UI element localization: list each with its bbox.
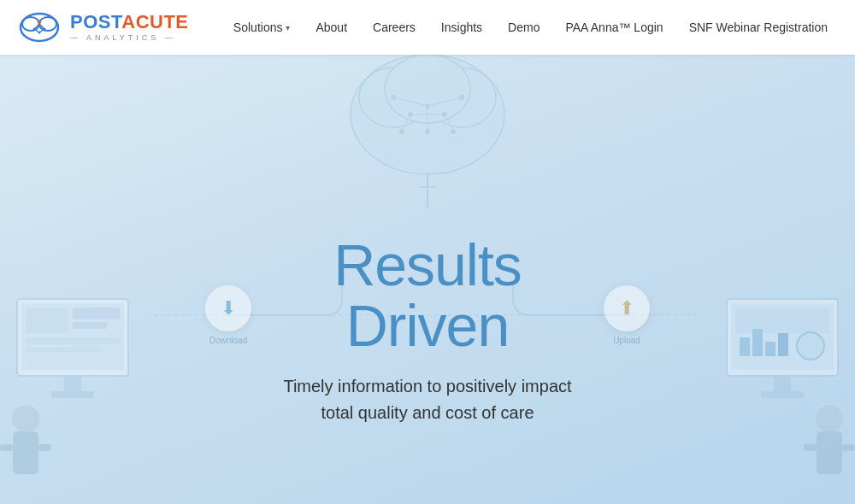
download-label: Download <box>209 336 247 345</box>
svg-rect-53 <box>774 376 791 393</box>
svg-point-1 <box>22 17 39 31</box>
nav-careers[interactable]: Careers <box>363 14 426 41</box>
svg-rect-36 <box>73 322 107 329</box>
upload-node-circle: ⬆ <box>604 285 650 331</box>
svg-rect-43 <box>38 444 51 451</box>
chevron-down-icon: ▾ <box>286 23 290 32</box>
hero-section: ⬇ Download ⬆ Upload <box>0 55 855 504</box>
svg-point-55 <box>816 405 843 432</box>
svg-rect-40 <box>51 391 94 398</box>
nav-snf-webinar[interactable]: SNF Webinar Registration <box>679 14 838 41</box>
svg-rect-58 <box>804 444 817 451</box>
svg-rect-51 <box>778 333 788 356</box>
nav-paa-anna-login[interactable]: PAA Anna™ Login <box>555 14 673 41</box>
hero-content: Results Driven Timely information to pos… <box>265 235 590 427</box>
main-nav: Solutions ▾ About Careers Insights Demo … <box>223 14 838 41</box>
logo-sub: — ANALYTICS — <box>70 34 189 42</box>
svg-point-26 <box>399 129 404 134</box>
svg-point-22 <box>459 95 464 100</box>
brain-circuit-illustration <box>325 55 530 208</box>
svg-rect-50 <box>765 342 775 356</box>
download-node: ⬇ Download <box>205 285 251 345</box>
svg-rect-56 <box>817 431 842 474</box>
nav-demo[interactable]: Demo <box>498 14 550 41</box>
logo-name: POSTACUTE <box>70 13 189 32</box>
svg-point-24 <box>408 112 413 117</box>
svg-point-23 <box>425 103 430 108</box>
svg-point-21 <box>391 95 396 100</box>
upload-node: ⬆ Upload <box>604 285 650 345</box>
svg-rect-54 <box>761 391 804 398</box>
upload-icon: ⬆ <box>619 297 634 319</box>
nav-insights[interactable]: Insights <box>431 14 492 41</box>
svg-rect-35 <box>73 308 120 319</box>
svg-point-2 <box>39 17 56 31</box>
svg-rect-44 <box>0 444 13 451</box>
nav-solutions[interactable]: Solutions ▾ <box>223 14 301 41</box>
svg-rect-49 <box>752 329 763 356</box>
download-icon: ⬇ <box>221 297 236 319</box>
logo-text: POSTACUTE — ANALYTICS — <box>70 13 189 42</box>
upload-label: Upload <box>613 336 640 345</box>
person-right-illustration <box>684 248 855 504</box>
logo-icon <box>17 7 62 48</box>
hero-subtitle: Timely information to positively impact … <box>265 373 590 426</box>
nav-about[interactable]: About <box>305 14 357 41</box>
svg-point-3 <box>38 21 41 24</box>
svg-point-28 <box>425 129 430 134</box>
person-left-illustration <box>0 248 171 504</box>
svg-point-41 <box>12 405 39 432</box>
svg-rect-34 <box>26 308 68 333</box>
hero-title: Results Driven <box>265 235 590 357</box>
svg-rect-39 <box>64 376 81 393</box>
svg-rect-47 <box>735 308 829 333</box>
svg-rect-37 <box>26 337 120 344</box>
svg-rect-48 <box>740 337 750 356</box>
logo[interactable]: POSTACUTE — ANALYTICS — <box>17 7 205 48</box>
svg-point-52 <box>797 332 824 360</box>
svg-rect-42 <box>13 431 38 474</box>
svg-point-25 <box>442 112 447 117</box>
svg-point-27 <box>451 129 456 134</box>
svg-rect-57 <box>842 444 855 451</box>
site-header: POSTACUTE — ANALYTICS — Solutions ▾ Abou… <box>0 0 855 55</box>
svg-rect-38 <box>26 347 103 352</box>
download-node-circle: ⬇ <box>205 285 251 331</box>
